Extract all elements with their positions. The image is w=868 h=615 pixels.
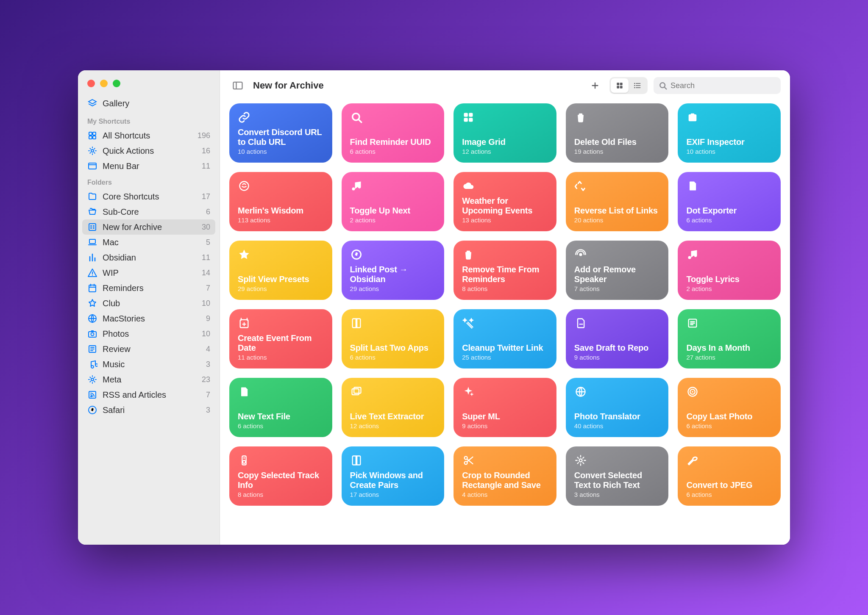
lines-icon — [686, 317, 699, 330]
compass-icon — [87, 405, 103, 415]
shortcut-card[interactable]: Pick Windows and Create Pairs17 actions — [342, 446, 445, 506]
rss-icon — [87, 390, 103, 400]
sidebar-item-label: Safari — [103, 405, 206, 415]
add-shortcut-button[interactable] — [587, 77, 604, 94]
list-view-button[interactable] — [629, 78, 646, 93]
sidebar-item-sub-core[interactable]: Sub-Core6 — [78, 204, 220, 219]
sidebar-item-mac[interactable]: Mac5 — [78, 235, 220, 250]
card-subtitle: 11 actions — [238, 354, 324, 361]
shortcut-card[interactable]: Convert to JPEG6 actions — [678, 446, 781, 506]
card-title: Copy Last Photo — [686, 412, 772, 421]
shortcut-card[interactable]: Remove Time From Reminders8 actions — [453, 241, 556, 300]
shortcut-card[interactable]: Convert Selected Text to Rich Text3 acti… — [566, 446, 669, 506]
sidebar-item-count: 30 — [202, 223, 210, 232]
sidebar-item-music[interactable]: Music3 — [78, 357, 220, 372]
calendar-icon — [87, 283, 103, 293]
shortcut-card[interactable]: Merlin's Wisdom113 actions — [229, 172, 332, 231]
shortcut-card[interactable]: Linked Post → Obsidian29 actions — [342, 241, 445, 300]
shortcut-card[interactable]: Toggle Up Next2 actions — [342, 172, 445, 231]
card-subtitle: 13 actions — [462, 216, 548, 224]
sidebar-item-new-for-archive[interactable]: New for Archive30 — [82, 219, 215, 235]
sidebar-item-count: 17 — [202, 192, 210, 201]
music-icon — [350, 180, 363, 192]
sidebar-item-reminders[interactable]: Reminders7 — [78, 280, 220, 296]
sidebar-item-count: 5 — [206, 238, 210, 247]
shortcut-card[interactable]: Cleanup Twitter Link25 actions — [453, 309, 556, 368]
news-icon — [87, 344, 103, 354]
card-title: Merlin's Wisdom — [238, 206, 324, 216]
shortcut-card[interactable]: New Text File6 actions — [229, 378, 332, 437]
maximize-window-button[interactable] — [113, 80, 120, 87]
sidebar-item-quick-actions[interactable]: Quick Actions16 — [78, 143, 220, 158]
music-icon — [87, 359, 103, 369]
sidebar-item-safari[interactable]: Safari3 — [78, 402, 220, 418]
calplus-icon — [238, 317, 250, 330]
close-window-button[interactable] — [87, 80, 95, 87]
card-title: Pick Windows and Create Pairs — [350, 471, 436, 490]
sidebar-item-label: RSS and Articles — [103, 390, 206, 400]
brain-icon — [238, 180, 250, 192]
sidebar-item-obsidian[interactable]: Obsidian11 — [78, 250, 220, 265]
sidebar-item-label: Core Shortcuts — [103, 192, 202, 202]
grid-view-button[interactable] — [611, 78, 629, 93]
shortcut-card[interactable]: Split Last Two Apps6 actions — [342, 309, 445, 368]
minimize-window-button[interactable] — [100, 80, 108, 87]
sidebar-item-label: Gallery — [103, 99, 210, 108]
sidebar-item-club[interactable]: Club10 — [78, 296, 220, 311]
card-title: Split Last Two Apps — [350, 343, 436, 353]
shortcut-card[interactable]: Image Grid12 actions — [453, 103, 556, 163]
sidebar-item-photos[interactable]: Photos10 — [78, 326, 220, 341]
shortcut-card[interactable]: Dot Exporter6 actions — [678, 172, 781, 231]
shortcut-card[interactable]: Super ML9 actions — [453, 378, 556, 437]
compass-icon — [350, 248, 363, 261]
shortcut-card[interactable]: Photo Translator40 actions — [566, 378, 669, 437]
sidebar-item-review[interactable]: Review4 — [78, 341, 220, 357]
shortcut-card[interactable]: EXIF Inspector10 actions — [678, 103, 781, 163]
sidebar-item-count: 6 — [206, 208, 210, 216]
shortcut-card[interactable]: Convert Discord URL to Club URL10 action… — [229, 103, 332, 163]
sidebar-item-count: 10 — [202, 330, 210, 338]
sidebar-item-meta[interactable]: Meta23 — [78, 372, 220, 387]
shortcut-card[interactable]: Reverse List of Links20 actions — [566, 172, 669, 231]
shortcut-card[interactable]: Crop to Rounded Rectangle and Save4 acti… — [453, 446, 556, 506]
toggle-sidebar-button[interactable] — [229, 77, 246, 94]
gear-icon — [574, 454, 587, 467]
grid-icon — [87, 130, 103, 141]
toolbar: New for Archive — [220, 70, 790, 101]
shortcut-card[interactable]: Save Draft to Repo9 actions — [566, 309, 669, 368]
sidebar-item-core-shortcuts[interactable]: Core Shortcuts17 — [78, 189, 220, 204]
sidebar-item-menu-bar[interactable]: Menu Bar11 — [78, 158, 220, 174]
view-mode-segment — [609, 77, 648, 94]
shortcut-card[interactable]: Copy Selected Track Info8 actions — [229, 446, 332, 506]
trash-icon — [462, 248, 475, 261]
search-box[interactable] — [654, 77, 781, 94]
star-icon — [238, 248, 250, 261]
card-subtitle: 2 actions — [686, 285, 772, 292]
shortcut-card[interactable]: Weather for Upcoming Events13 actions — [453, 172, 556, 231]
card-subtitle: 40 actions — [574, 422, 660, 429]
shortcut-card[interactable]: Split View Presets29 actions — [229, 241, 332, 300]
shortcut-grid: Convert Discord URL to Club URL10 action… — [229, 103, 781, 506]
target-icon — [686, 385, 699, 398]
search-input[interactable] — [670, 81, 776, 90]
sidebar-item-wip[interactable]: WIP14 — [78, 265, 220, 280]
shortcut-card[interactable]: Create Event From Date11 actions — [229, 309, 332, 368]
shortcut-card[interactable]: Live Text Extractor12 actions — [342, 378, 445, 437]
docminus-icon — [574, 317, 587, 330]
card-subtitle: 10 actions — [686, 148, 772, 155]
sidebar-gallery[interactable]: Gallery — [78, 97, 220, 113]
sidebar-item-all-shortcuts[interactable]: All Shortcuts196 — [78, 128, 220, 143]
folder-icon — [87, 191, 103, 202]
shortcut-card[interactable]: Find Reminder UUID6 actions — [342, 103, 445, 163]
sidebar-item-rss-and-articles[interactable]: RSS and Articles7 — [78, 387, 220, 402]
scissors-icon — [462, 454, 475, 467]
shortcut-card[interactable]: Days In a Month27 actions — [678, 309, 781, 368]
shortcut-card[interactable]: Delete Old Files19 actions — [566, 103, 669, 163]
shortcut-card[interactable]: Copy Last Photo6 actions — [678, 378, 781, 437]
shortcut-card[interactable]: Add or Remove Speaker7 actions — [566, 241, 669, 300]
card-subtitle: 29 actions — [350, 285, 436, 292]
card-title: Copy Selected Track Info — [238, 471, 324, 490]
sidebar-item-label: Menu Bar — [103, 161, 202, 171]
sidebar-item-macstories[interactable]: MacStories9 — [78, 311, 220, 326]
shortcut-card[interactable]: Toggle Lyrics2 actions — [678, 241, 781, 300]
